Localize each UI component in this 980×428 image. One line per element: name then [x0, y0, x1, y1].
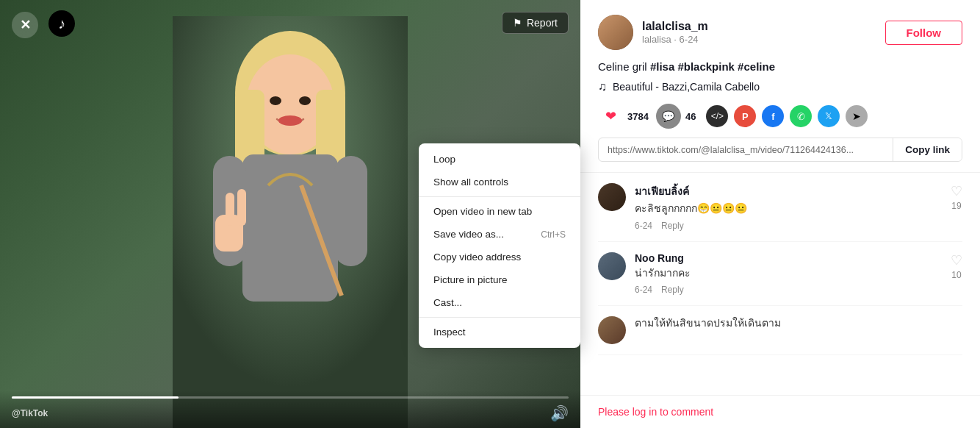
comment-like-count: 10	[951, 270, 961, 280]
link-bar: https://www.tiktok.com/@lalalclisa_m/vid…	[598, 138, 962, 162]
comment-like-count: 19	[951, 201, 961, 211]
comment-like-button[interactable]: ♡	[951, 183, 962, 199]
context-menu-open-tab[interactable]: Open video in new tab	[419, 200, 580, 223]
user-sub: lalalisa · 6-24	[642, 34, 876, 45]
context-menu-divider-2	[419, 317, 580, 318]
context-menu-pip[interactable]: Picture in picture	[419, 268, 580, 291]
tiktok-watermark: @TikTok	[12, 408, 48, 418]
report-button[interactable]: ⚑ Report	[502, 12, 569, 34]
volume-icon[interactable]: 🔊	[550, 404, 569, 422]
more-share-button[interactable]: ➤	[846, 105, 868, 127]
comment-item: ตามให้ทันสิขนาดปรมให้เดินตาม	[598, 306, 962, 355]
context-menu-show-controls[interactable]: Show all controls	[419, 171, 580, 193]
svg-rect-13	[237, 189, 246, 226]
comment-item: Noo Rung น่ารักมากคะ 6-24 Reply ♡ 10	[598, 242, 962, 307]
commenter-username: มาเฟียบลิ้งค์	[635, 183, 942, 199]
comment-date: 6-24	[635, 221, 652, 231]
twitter-button[interactable]: 𝕏	[818, 105, 840, 127]
context-menu-divider-1	[419, 196, 580, 197]
link-url: https://www.tiktok.com/@lalalclisa_m/vid…	[599, 139, 893, 161]
embed-button[interactable]: </>	[706, 105, 728, 127]
comment-like: ♡ 10	[951, 252, 962, 296]
commenter-username: Noo Rung	[635, 252, 942, 264]
svg-rect-12	[226, 193, 234, 226]
facebook-icon: f	[771, 111, 774, 122]
comment-text: คะลิชลูกกกกก😁😐😐😐	[635, 201, 942, 216]
copy-link-button[interactable]: Copy link	[893, 138, 962, 161]
context-menu-loop[interactable]: Loop	[419, 148, 580, 171]
commenter-avatar	[598, 316, 626, 344]
music-title: Beautiful - Bazzi,Camila Cabello	[613, 81, 760, 93]
post-header: lalalclisa_m lalalisa · 6-24 Follow	[580, 0, 980, 60]
whatsapp-button[interactable]: ✆	[790, 105, 812, 127]
reply-button[interactable]: Reply	[661, 221, 684, 231]
comment-meta: 6-24 Reply	[635, 221, 942, 231]
svg-rect-10	[334, 156, 367, 266]
music-line: ♫ Beautiful - Bazzi,Camila Cabello	[580, 80, 980, 104]
comment-date: 6-24	[635, 285, 652, 295]
caption: Celine gril #lisa #blackpink #celine	[580, 60, 980, 80]
progress-fill	[12, 396, 179, 399]
context-menu-cast[interactable]: Cast...	[419, 291, 580, 314]
share-arrow-icon: ➤	[852, 110, 861, 122]
progress-bar[interactable]	[12, 396, 569, 399]
commenter-avatar	[598, 183, 626, 211]
comment-meta: 6-24 Reply	[635, 285, 942, 295]
tiktok-logo[interactable]: ♪	[48, 10, 75, 37]
context-menu: Loop Show all controls Open video in new…	[419, 143, 580, 348]
comment-item: มาเฟียบลิ้งค์ คะลิชลูกกกกก😁😐😐😐 6-24 Repl…	[598, 173, 962, 242]
context-menu-save[interactable]: Save video as... Ctrl+S	[419, 223, 580, 246]
actions-row: ❤ 3784 💬 46 </> P f ✆ 𝕏 ➤	[580, 104, 980, 138]
commenter-avatar	[598, 252, 626, 280]
flag-icon: ⚑	[513, 17, 522, 29]
user-info: lalalclisa_m lalalisa · 6-24	[642, 20, 876, 45]
context-menu-inspect[interactable]: Inspect	[419, 321, 580, 343]
comment-body: Noo Rung น่ารักมากคะ 6-24 Reply	[635, 252, 942, 296]
comment-text: น่ารักมากคะ	[635, 266, 942, 281]
comment-like-button[interactable]: ♡	[951, 252, 962, 268]
like-button[interactable]: ❤	[598, 104, 623, 129]
comment-button[interactable]: 💬	[656, 104, 681, 129]
likes-count: 3784	[627, 111, 649, 122]
comments-count: 46	[685, 111, 696, 122]
reply-button[interactable]: Reply	[661, 285, 684, 295]
right-panel: lalalclisa_m lalalisa · 6-24 Follow Celi…	[580, 0, 980, 428]
close-button[interactable]: ✕	[12, 12, 38, 38]
twitter-icon: 𝕏	[825, 111, 832, 121]
comment-body: ตามให้ทันสิขนาดปรมให้เดินตาม	[635, 316, 962, 344]
svg-point-6	[299, 96, 311, 105]
pinterest-icon: P	[742, 111, 749, 122]
pinterest-button[interactable]: P	[734, 105, 756, 127]
share-icons: </> P f ✆ 𝕏 ➤	[706, 105, 868, 127]
context-menu-copy-address[interactable]: Copy video address	[419, 246, 580, 268]
svg-point-5	[270, 96, 281, 105]
music-note-icon: ♫	[598, 80, 607, 93]
comment-body: มาเฟียบลิ้งค์ คะลิชลูกกกกก😁😐😐😐 6-24 Repl…	[635, 183, 942, 231]
username: lalalclisa_m	[642, 20, 876, 33]
whatsapp-icon: ✆	[797, 111, 805, 122]
comment-text: ตามให้ทันสิขนาดปรมให้เดินตาม	[635, 316, 962, 331]
login-prompt[interactable]: Please log in to comment	[580, 395, 980, 428]
embed-icon: </>	[711, 111, 724, 121]
comment-like: ♡ 19	[951, 183, 962, 231]
video-content	[173, 16, 408, 428]
comment-icon: 💬	[662, 110, 674, 122]
video-panel: ✕ ♪ ⚑ Report Loop Show all controls Open…	[0, 0, 580, 428]
follow-button[interactable]: Follow	[885, 21, 963, 45]
facebook-button[interactable]: f	[762, 105, 784, 127]
comments-section: มาเฟียบลิ้งค์ คะลิชลูกกกกก😁😐😐😐 6-24 Repl…	[580, 172, 980, 395]
svg-point-7	[278, 115, 302, 126]
svg-rect-8	[242, 154, 338, 302]
video-controls: @TikTok 🔊	[0, 390, 580, 428]
svg-text:♪: ♪	[58, 15, 65, 32]
avatar	[598, 15, 633, 50]
